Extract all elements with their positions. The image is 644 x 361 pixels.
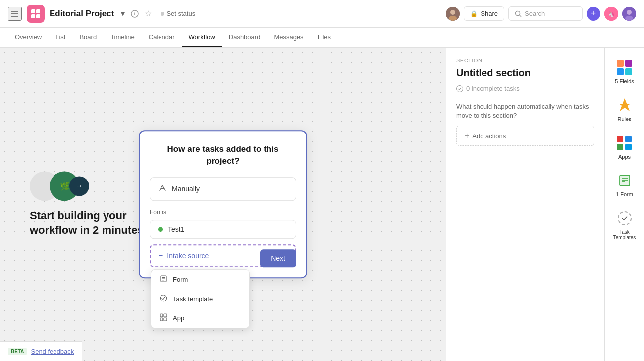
tab-board[interactable]: Board	[72, 28, 104, 47]
svg-rect-30	[164, 318, 167, 321]
modal-title: How are tasks added to this project?	[150, 143, 296, 167]
modal-card: How are tasks added to this project? Man…	[139, 130, 307, 278]
intake-menu: Form Task template	[151, 269, 250, 328]
search-bar[interactable]: Search	[508, 6, 583, 21]
svg-rect-5	[31, 14, 35, 18]
svg-point-18	[627, 10, 632, 15]
rules-panel-item[interactable]: Rules	[605, 91, 644, 127]
tab-overview[interactable]: Overview	[8, 28, 49, 47]
task-template-menu-icon	[159, 294, 168, 303]
rules-icon	[616, 96, 634, 114]
svg-point-9	[135, 12, 135, 12]
tab-workflow[interactable]: Workflow	[182, 28, 222, 47]
section-title: Untitled section	[456, 67, 594, 79]
apps-panel-item[interactable]: Apps	[605, 129, 644, 165]
apps-icon	[616, 134, 634, 152]
menu-item-task-template[interactable]: Task template	[151, 289, 249, 308]
far-right-panel: 5 Fields Rules Apps	[604, 48, 644, 361]
manually-option[interactable]: Manually	[150, 177, 296, 201]
topbar: Editorial Project ▾ ☆ Set status 🔒 Share	[0, 0, 644, 28]
svg-rect-32	[620, 175, 630, 186]
menu-app-label: App	[173, 314, 184, 322]
canvas-area: 🌿 → Start building your workflow in 2 mi…	[0, 48, 446, 361]
svg-rect-28	[164, 314, 167, 317]
avatar-1	[446, 7, 460, 21]
next-button[interactable]: Next	[260, 249, 296, 267]
circle-check-icon	[456, 85, 463, 92]
incomplete-tasks: 0 incomplete tasks	[456, 85, 594, 92]
tab-messages[interactable]: Messages	[267, 28, 310, 47]
intake-source-label: Intake source	[167, 252, 209, 260]
project-name[interactable]: Editorial Project	[50, 9, 114, 19]
svg-point-12	[449, 16, 457, 21]
feedback-link[interactable]: Send feedback	[31, 348, 74, 355]
main-content: 🌿 → Start building your workflow in 2 mi…	[0, 48, 644, 361]
info-icon[interactable]	[130, 9, 140, 19]
fields-icon	[616, 59, 634, 76]
hamburger-button[interactable]	[8, 7, 22, 21]
tab-timeline[interactable]: Timeline	[104, 28, 142, 47]
incomplete-tasks-count: 0 incomplete tasks	[466, 85, 520, 92]
intake-plus-icon: +	[159, 251, 163, 260]
form-label: 1 Form	[616, 191, 633, 197]
nav-tabs: Overview List Board Timeline Calendar Wo…	[0, 28, 644, 48]
app-menu-icon	[159, 313, 168, 323]
task-templates-panel-item[interactable]: Task Templates	[605, 204, 644, 245]
forms-label: Forms	[150, 209, 296, 216]
form-menu-icon	[159, 275, 168, 284]
lock-icon: 🔒	[470, 10, 478, 17]
tab-dashboard[interactable]: Dashboard	[222, 28, 268, 47]
avatar-3	[622, 7, 636, 21]
app-icon	[27, 5, 45, 23]
svg-point-19	[625, 16, 633, 21]
svg-marker-31	[620, 98, 630, 111]
manual-icon	[158, 183, 167, 194]
auto-text: What should happen automatically when ta…	[456, 102, 594, 120]
svg-rect-6	[36, 14, 40, 18]
beta-bar: BETA Send feedback	[0, 341, 82, 361]
search-placeholder: Search	[525, 10, 545, 17]
fields-panel-item[interactable]: 5 Fields	[605, 54, 644, 89]
svg-point-26	[161, 295, 167, 301]
form-test1-option[interactable]: Test1	[150, 220, 296, 239]
menu-item-app[interactable]: App	[151, 308, 249, 328]
svg-text:🌿: 🌿	[60, 181, 70, 191]
section-label: Section	[456, 58, 594, 63]
svg-text:🦄: 🦄	[608, 11, 615, 17]
svg-rect-3	[31, 9, 35, 13]
share-button[interactable]: 🔒 Share	[464, 6, 504, 21]
set-status-button[interactable]: Set status	[157, 8, 199, 19]
svg-point-13	[516, 11, 520, 15]
manually-label: Manually	[172, 185, 200, 193]
form-panel-item[interactable]: 1 Form	[605, 167, 644, 202]
svg-text:→: →	[76, 182, 83, 190]
menu-task-template-label: Task template	[173, 295, 213, 302]
share-label: Share	[481, 10, 498, 17]
form-dot	[158, 227, 163, 232]
tab-files[interactable]: Files	[311, 28, 338, 47]
task-templates-icon	[616, 209, 634, 227]
svg-rect-27	[160, 314, 163, 317]
apps-label: Apps	[618, 154, 631, 160]
svg-rect-29	[160, 318, 163, 321]
svg-rect-4	[36, 9, 40, 13]
search-icon	[515, 10, 522, 17]
fields-label: 5 Fields	[615, 78, 634, 84]
status-dot	[161, 12, 164, 16]
add-plus-icon: +	[465, 131, 469, 140]
topbar-right: 🔒 Share Search + 🦄	[446, 6, 636, 21]
rules-label: Rules	[617, 116, 631, 122]
create-button[interactable]: +	[587, 7, 600, 21]
svg-line-14	[520, 15, 522, 17]
tab-calendar[interactable]: Calendar	[142, 28, 182, 47]
right-panel: Section Untitled section 0 incomplete ta…	[446, 48, 604, 361]
tab-list[interactable]: List	[49, 28, 72, 47]
beta-badge: BETA	[8, 348, 27, 355]
topbar-left: Editorial Project ▾ ☆ Set status	[8, 5, 440, 23]
menu-item-form[interactable]: Form	[151, 270, 249, 289]
add-actions-button[interactable]: + Add actions	[456, 126, 594, 146]
star-icon[interactable]: ☆	[145, 9, 152, 18]
menu-form-label: Form	[173, 276, 188, 283]
project-chevron-icon[interactable]: ▾	[121, 9, 125, 18]
task-templates-label: Task Templates	[609, 229, 640, 240]
